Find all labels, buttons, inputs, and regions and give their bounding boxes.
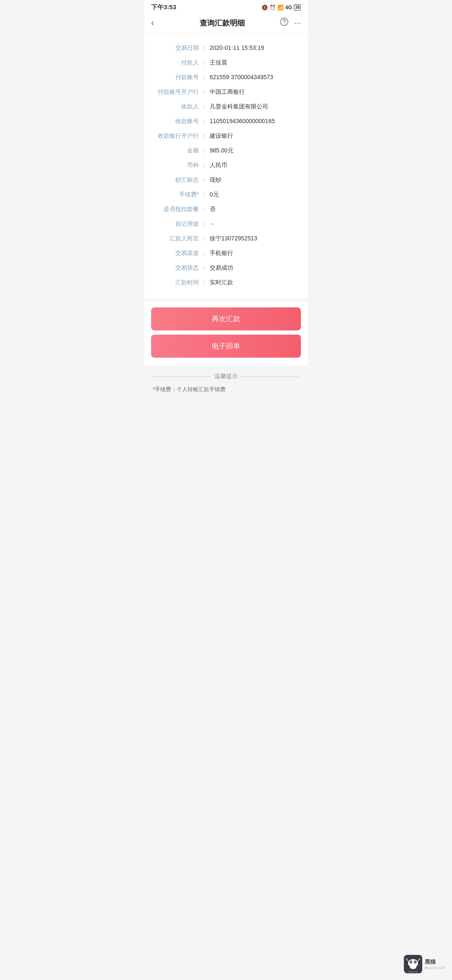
detail-value: － xyxy=(210,219,299,228)
detail-label: 交易渠道 xyxy=(153,249,199,258)
detail-colon: ： xyxy=(201,117,207,126)
detail-value: 现钞 xyxy=(210,175,299,184)
detail-row: 汇款时间 ： 实时汇款 xyxy=(144,275,308,290)
detail-colon: ： xyxy=(201,161,207,170)
detail-value: 0元 xyxy=(210,190,299,199)
status-bar: 下午3:53 🔕 ⏰ 📶 4G 38 xyxy=(144,0,308,13)
detail-row: 汇款人附言 ： 徐宁13072952513 xyxy=(144,231,308,246)
detail-colon: ： xyxy=(201,205,207,214)
action-buttons: 再次汇款 电子回单 xyxy=(144,302,308,366)
detail-row: 币种 ： 人民币 xyxy=(144,158,308,173)
detail-colon: ： xyxy=(201,146,207,155)
detail-colon: ： xyxy=(201,88,207,96)
mute-icon: 🔕 xyxy=(262,5,268,10)
detail-row: 钞汇标志 ： 现钞 xyxy=(144,173,308,187)
detail-colon: ： xyxy=(201,175,207,184)
status-time: 下午3:53 xyxy=(151,3,176,11)
detail-colon: ： xyxy=(201,278,207,287)
tips-divider-right xyxy=(241,377,299,377)
battery-indicator: 38 xyxy=(294,4,301,10)
support-icon[interactable] xyxy=(280,17,289,28)
detail-label: 收款银行开户行 xyxy=(153,132,199,140)
detail-label: 币种 xyxy=(153,161,199,170)
detail-value: 621559 3700004349573 xyxy=(210,73,299,82)
detail-row: 交易状态 ： 交易成功 xyxy=(144,260,308,275)
detail-value: 建设银行 xyxy=(210,132,299,140)
detail-colon: ： xyxy=(201,44,207,52)
detail-value: 王佳晨 xyxy=(210,58,299,67)
detail-colon: ： xyxy=(201,73,207,82)
detail-label: 付款账号开户行 xyxy=(153,88,199,96)
tips-divider-left xyxy=(153,377,211,377)
detail-value: 985.00元 xyxy=(210,146,299,155)
page-title: 查询汇款明细 xyxy=(164,18,280,28)
detail-value: 凡普金科集团有限公司 xyxy=(210,102,299,111)
detail-row: 交易日期 ： 2020-01-11 15:53:19 xyxy=(144,41,308,55)
detail-value: 人民币 xyxy=(210,161,299,170)
tips-content: *手续费：个人转账汇款手续费 xyxy=(153,384,299,394)
detail-label: 是否抵扣套餐 xyxy=(153,205,199,214)
detail-label: 手续费* xyxy=(153,190,199,199)
detail-label: 交易状态 xyxy=(153,263,199,272)
detail-value: 中国工商银行 xyxy=(210,88,299,96)
remit-again-button[interactable]: 再次汇款 xyxy=(151,307,301,330)
detail-value: 11050194360000000165 xyxy=(210,117,299,126)
detail-label: 付款账号 xyxy=(153,73,199,82)
detail-colon: ： xyxy=(201,263,207,272)
detail-row: 收款账号 ： 11050194360000000165 xyxy=(144,114,308,129)
detail-row: 交易渠道 ： 手机银行 xyxy=(144,246,308,260)
detail-value: 否 xyxy=(210,205,299,214)
detail-colon: ： xyxy=(201,102,207,111)
detail-row: 付款账号 ： 621559 3700004349573 xyxy=(144,70,308,85)
detail-row: 付款账号开户行 ： 中国工商银行 xyxy=(144,85,308,99)
detail-colon: ： xyxy=(201,58,207,67)
detail-row: 是否抵扣套餐 ： 否 xyxy=(144,202,308,217)
detail-value: 手机银行 xyxy=(210,249,299,258)
detail-label: 付款人 xyxy=(153,58,199,67)
detail-colon: ： xyxy=(201,132,207,140)
detail-card: 交易日期 ： 2020-01-11 15:53:19 付款人 ： 王佳晨 付款账… xyxy=(144,34,308,298)
detail-colon: ： xyxy=(201,249,207,258)
detail-label: 自记用途 xyxy=(153,219,199,228)
detail-label: 收款人 xyxy=(153,102,199,111)
svg-point-1 xyxy=(284,23,285,24)
back-button[interactable]: ‹ xyxy=(151,18,164,28)
detail-label: 收款账号 xyxy=(153,117,199,126)
detail-row: 收款银行开户行 ： 建设银行 xyxy=(144,129,308,143)
alarm-icon: ⏰ xyxy=(270,5,276,10)
detail-row: 自记用途 ： － xyxy=(144,217,308,231)
detail-row: 付款人 ： 王佳晨 xyxy=(144,55,308,70)
electronic-receipt-button[interactable]: 电子回单 xyxy=(151,335,301,358)
signal-icon: 📶 xyxy=(277,5,284,10)
detail-label: 金额 xyxy=(153,146,199,155)
detail-label: 汇款时间 xyxy=(153,278,199,287)
detail-label: 交易日期 xyxy=(153,44,199,52)
detail-row: 金额 ： 985.00元 xyxy=(144,143,308,158)
top-nav: ‹ 查询汇款明细 ··· xyxy=(144,13,308,34)
detail-row: 手续费* ： 0元 xyxy=(144,187,308,202)
network-type: 4G xyxy=(285,5,292,10)
detail-colon: ： xyxy=(201,190,207,199)
tips-header: 温馨提示 xyxy=(153,373,299,380)
more-icon[interactable]: ··· xyxy=(294,18,301,28)
status-icons: 🔕 ⏰ 📶 4G 38 xyxy=(262,4,301,10)
detail-value: 交易成功 xyxy=(210,263,299,272)
detail-value: 徐宁13072952513 xyxy=(210,234,299,243)
detail-label: 汇款人附言 xyxy=(153,234,199,243)
tips-title: 温馨提示 xyxy=(214,373,238,380)
svg-point-0 xyxy=(280,18,288,26)
detail-label: 钞汇标志 xyxy=(153,175,199,184)
detail-colon: ： xyxy=(201,219,207,228)
detail-row: 收款人 ： 凡普金科集团有限公司 xyxy=(144,99,308,114)
nav-right-icons: ··· xyxy=(280,17,301,28)
detail-value: 2020-01-11 15:53:19 xyxy=(210,44,299,52)
tips-section: 温馨提示 *手续费：个人转账汇款手续费 xyxy=(144,366,308,401)
detail-value: 实时汇款 xyxy=(210,278,299,287)
detail-colon: ： xyxy=(201,234,207,243)
